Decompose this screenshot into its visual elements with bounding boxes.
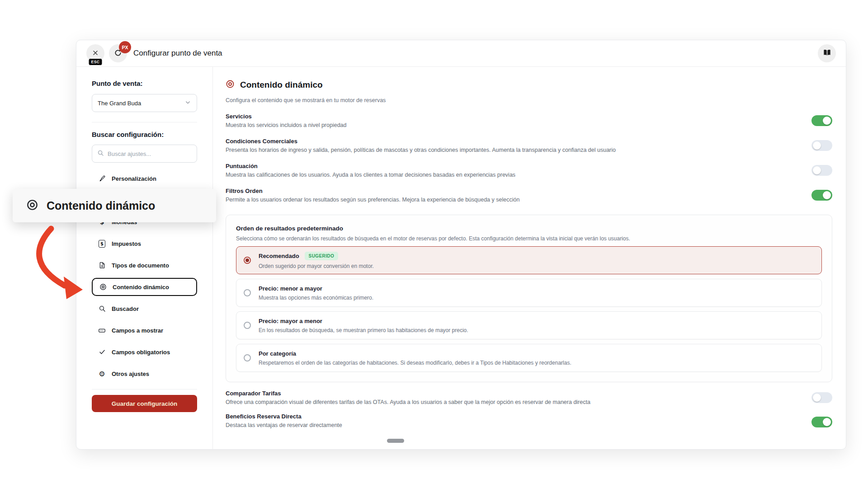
toggle-filtros-orden[interactable] [811, 190, 832, 201]
radio-button[interactable] [244, 257, 251, 264]
sidebar-item-label: Personalización [112, 175, 156, 182]
search-icon [97, 150, 104, 158]
esc-key-badge: ESC [89, 58, 103, 66]
search-config-label: Buscar configuración: [92, 131, 197, 138]
input-field-icon [98, 327, 106, 334]
sidebar-item-label: Otros ajustes [112, 371, 149, 377]
toggle-beneficios-reserva-directa[interactable] [811, 417, 832, 427]
eye-icon [226, 80, 235, 90]
eye-icon [26, 199, 38, 213]
save-configuration-button[interactable]: Guardar configuración [92, 395, 197, 412]
radio-button[interactable] [244, 354, 251, 361]
toggle-servicios[interactable] [811, 115, 832, 126]
search-settings-box [92, 145, 197, 163]
docs-button[interactable] [818, 44, 836, 62]
radio-button[interactable] [244, 322, 251, 329]
property-select[interactable]: The Grand Buda [92, 94, 197, 112]
configure-pos-modal: ESC PX Configurar punto de venta Punto d… [76, 40, 846, 450]
document-icon [98, 262, 106, 269]
sidebar-item-buscador[interactable]: Buscador [92, 300, 197, 318]
toggle-row-servicios: Servicios Muestra los servicios incluido… [226, 113, 832, 128]
toggle-condiciones-comerciales[interactable] [811, 140, 832, 151]
toggle-row-beneficios-reserva-directa: Beneficios Reserva Directa Destaca las v… [226, 413, 832, 428]
sidebar-item-label: Contenido dinámico [113, 284, 169, 291]
sidebar-item-campos-a-mostrar[interactable]: Campos a mostrar [92, 321, 197, 339]
search-settings-input[interactable] [108, 150, 192, 157]
sidebar-item-personalizacion[interactable]: Personalización [92, 169, 197, 188]
modal-title: Configurar punto de venta [133, 49, 222, 58]
order-option-precio-mayor-a-menor[interactable]: Precio: mayor a menor En los resultados … [236, 311, 822, 339]
search-icon [98, 305, 106, 312]
toggle-puntuacion[interactable] [811, 165, 832, 176]
toggle-comparador-tarifas[interactable] [811, 392, 832, 403]
order-option-precio-menor-a-mayor[interactable]: Precio: menor a mayor Muestra las opcion… [236, 279, 822, 307]
radio-button[interactable] [244, 289, 251, 296]
sidebar-item-campos-obligatorios[interactable]: Campos obligatorios [92, 343, 197, 361]
gear-icon: ⚙ [98, 370, 106, 378]
close-icon [92, 49, 99, 58]
callout-arrow-icon [25, 222, 97, 304]
sidebar-item-contenido-dinamico[interactable]: Contenido dinámico [92, 278, 197, 296]
property-select-value: The Grand Buda [98, 100, 141, 107]
suggested-badge: SUGERIDO [305, 252, 339, 260]
sidebar-item-impuestos[interactable]: $ Impuestos [92, 235, 197, 253]
order-option-por-categoria[interactable]: Por categoría Respetaremos el orden de l… [236, 344, 822, 372]
check-icon [98, 348, 106, 356]
brush-icon [98, 175, 106, 182]
sidebar-item-label: Impuestos [112, 240, 141, 247]
dynamic-content-panel: Contenido dinámico Configura el contenid… [213, 67, 846, 450]
sidebar-item-label: Tipos de documento [112, 262, 169, 269]
scrollbar-thumb[interactable] [387, 439, 404, 443]
modal-header: ESC PX Configurar punto de venta [76, 40, 846, 67]
page-title: Contenido dinámico [240, 80, 323, 90]
pos-label: Punto de venta: [92, 80, 197, 87]
chevron-down-icon [184, 99, 191, 107]
tax-receipt-icon: $ [98, 240, 106, 248]
eye-icon [99, 283, 107, 291]
sidebar-item-label: Campos a mostrar [112, 327, 163, 334]
book-icon [823, 48, 831, 58]
toggle-row-puntuacion: Puntuación Muestra las calificaciones de… [226, 163, 832, 178]
sidebar-item-label: Campos obligatorios [112, 349, 170, 356]
toggle-row-comparador-tarifas: Comparador Tarifas Ofrece una comparació… [226, 390, 832, 405]
px-logo-badge: PX [119, 41, 131, 53]
default-order-box: Orden de resultados predeterminado Selec… [226, 215, 832, 382]
toggle-row-condiciones-comerciales: Condiciones Comerciales Presenta los hor… [226, 138, 832, 153]
callout-tooltip: Contenido dinámico [13, 189, 216, 222]
callout-label: Contenido dinámico [47, 199, 155, 212]
sidebar-item-tipos-de-documento[interactable]: Tipos de documento [92, 256, 197, 274]
sidebar-item-otros-ajustes[interactable]: ⚙ Otros ajustes [92, 365, 197, 383]
toggle-row-filtros-orden: Filtros Orden Permite a los usuarios ord… [226, 188, 832, 203]
sidebar-item-label: Buscador [112, 305, 139, 312]
page-subtitle: Configura el contenido que se mostrará e… [226, 97, 832, 103]
order-option-recomendado[interactable]: Recomendado SUGERIDO Orden sugerido por … [236, 246, 822, 274]
